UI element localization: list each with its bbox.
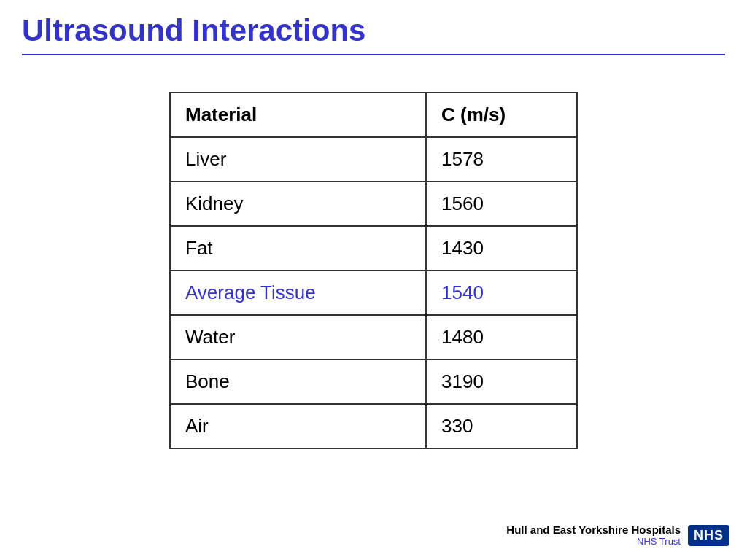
footer-org: Hull and East Yorkshire Hospitals <box>506 524 681 536</box>
cell-speed: 1480 <box>426 315 577 359</box>
footer-trust: NHS Trust <box>506 536 681 547</box>
nhs-logo: NHS <box>688 525 729 546</box>
data-table: Material C (m/s) Liver1578Kidney1560Fat1… <box>169 92 578 449</box>
cell-material: Bone <box>170 359 426 404</box>
col-speed: C (m/s) <box>426 93 577 137</box>
cell-material: Average Tissue <box>170 271 426 315</box>
cell-speed: 330 <box>426 404 577 448</box>
table-row: Fat1430 <box>170 226 577 271</box>
col-material: Material <box>170 93 426 137</box>
cell-material: Air <box>170 404 426 448</box>
cell-material: Fat <box>170 226 426 271</box>
table-header-row: Material C (m/s) <box>170 93 577 137</box>
page-title: Ultrasound Interactions <box>22 13 725 48</box>
footer-text: Hull and East Yorkshire Hospitals NHS Tr… <box>506 524 681 547</box>
cell-material: Liver <box>170 137 426 182</box>
footer: Hull and East Yorkshire Hospitals NHS Tr… <box>506 524 729 547</box>
header: Ultrasound Interactions <box>0 0 747 48</box>
cell-material: Water <box>170 315 426 359</box>
cell-speed: 1560 <box>426 182 577 226</box>
cell-speed: 1540 <box>426 271 577 315</box>
main-content: Material C (m/s) Liver1578Kidney1560Fat1… <box>0 55 747 449</box>
table-row: Kidney1560 <box>170 182 577 226</box>
table-row: Average Tissue1540 <box>170 271 577 315</box>
cell-speed: 1430 <box>426 226 577 271</box>
table-row: Liver1578 <box>170 137 577 182</box>
table-row: Bone3190 <box>170 359 577 404</box>
table-row: Air330 <box>170 404 577 448</box>
table-row: Water1480 <box>170 315 577 359</box>
cell-speed: 1578 <box>426 137 577 182</box>
cell-material: Kidney <box>170 182 426 226</box>
cell-speed: 3190 <box>426 359 577 404</box>
